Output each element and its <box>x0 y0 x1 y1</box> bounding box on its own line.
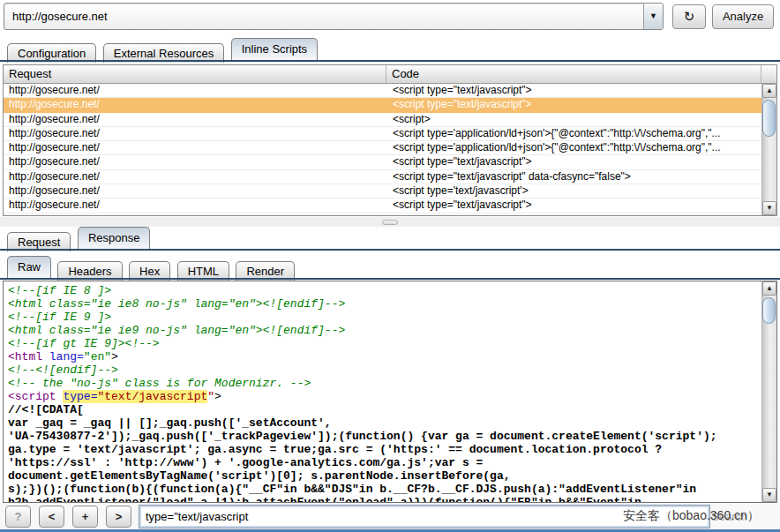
code-line: <script type="text/javascript"> <box>8 390 761 403</box>
code-cell: <script type='application/ld+json'>{"@co… <box>386 141 761 154</box>
table-row[interactable]: http://gosecure.net/ <script> <box>4 113 761 127</box>
url-combobox[interactable]: http://gosecure.net ▼ <box>4 3 664 30</box>
inline-scripts-table: Request Code http://gosecure.net/ <scrip… <box>3 64 777 216</box>
code-line: b?b.addEventListener("load",a,!1):b.atta… <box>8 496 761 503</box>
scroll-down-icon[interactable]: ▼ <box>762 488 776 502</box>
tab-inline-scripts[interactable]: Inline Scripts <box>231 38 318 60</box>
request-cell: http://gosecure.net/ <box>4 113 386 126</box>
response-raw-view[interactable]: <!--[if IE 8 ]><html class="ie ie8 no-js… <box>3 281 777 503</box>
main-tab-bar: Configuration External Resources Inline … <box>7 38 320 60</box>
request-cell: http://gosecure.net/ <box>4 170 386 184</box>
code-cell: <script> <box>386 113 761 126</box>
scripts-table-body: http://gosecure.net/ <script type="text/… <box>4 84 761 215</box>
code-line: document.getElementsByTagName('script')[… <box>8 469 761 483</box>
code-line: <!--[if IE 8 ]> <box>8 284 761 297</box>
request-cell: http://gosecure.net/ <box>4 199 386 212</box>
view-tab-bar: Raw Headers Hex HTML Render <box>7 256 297 278</box>
code-cell: <script type="text/javascript" data-cfas… <box>386 170 761 184</box>
view-tab-underline <box>0 278 780 280</box>
scroll-up-icon[interactable]: ▲ <box>762 84 776 98</box>
table-row[interactable]: http://gosecure.net/ <script type="text/… <box>4 199 761 213</box>
table-scrollbar-thumb[interactable] <box>762 100 776 137</box>
table-row[interactable]: http://gosecure.net/ <script type="text/… <box>4 98 761 112</box>
code-line: <!--<![endif]--> <box>8 363 761 377</box>
main-tab-underline <box>0 60 780 62</box>
code-line: ga.type = 'text/javascript'; ga.async = … <box>8 443 761 456</box>
code-line: <html class="ie ie8 no-js" lang="en"><![… <box>8 297 761 311</box>
add-button[interactable]: + <box>72 506 98 528</box>
table-row[interactable]: http://gosecure.net/ <script type="text/… <box>4 170 761 184</box>
detail-tab-underline <box>0 249 780 251</box>
code-line: <html lang="en"> <box>8 350 761 363</box>
next-match-button[interactable]: > <box>106 506 131 528</box>
site-watermark: 安全客（bobao.360.cn） <box>623 508 760 524</box>
table-row[interactable]: http://gosecure.net/ <script type='appli… <box>4 141 761 155</box>
table-header-corner <box>761 65 776 83</box>
code-line: 'UA-75430877-2']);_gaq.push(['_trackPage… <box>8 430 761 443</box>
code-vertical-scrollbar[interactable]: ▲ ▼ <box>761 281 776 502</box>
table-row[interactable]: http://gosecure.net/ <script type='appli… <box>4 127 761 141</box>
url-value: http://gosecure.net <box>12 10 108 23</box>
code-cell: <script type="text/javascript"> <box>386 84 761 97</box>
split-divider[interactable] <box>0 217 780 227</box>
request-cell: http://gosecure.net/ <box>4 98 386 111</box>
table-row[interactable]: http://gosecure.net/ <script type='text/… <box>4 184 761 199</box>
request-cell: http://gosecure.net/ <box>4 155 386 169</box>
request-cell: http://gosecure.net/ <box>4 184 386 198</box>
code-cell: <script type="text/javascript"> <box>386 155 761 169</box>
tab-response[interactable]: Response <box>78 227 151 249</box>
code-line: <!--[if gt IE 9]><!--> <box>8 337 761 350</box>
table-header: Request Code <box>4 65 776 84</box>
request-cell: http://gosecure.net/ <box>4 84 386 97</box>
code-cell: <script type='application/ld+json'>{"@co… <box>386 127 761 140</box>
refresh-icon: ↻ <box>684 9 695 24</box>
table-row[interactable]: http://gosecure.net/ <script type="text/… <box>4 84 761 98</box>
detail-tab-bar: Request Response <box>7 227 153 249</box>
request-cell: http://gosecure.net/ <box>4 127 386 140</box>
code-line: <!--[if IE 9 ]> <box>8 311 761 324</box>
tab-raw[interactable]: Raw <box>7 256 51 278</box>
table-row[interactable]: http://gosecure.net/ <script type="text/… <box>4 155 761 169</box>
code-line: 'https://ssl' : 'http://www') + '.google… <box>8 456 761 469</box>
code-cell: <script type='text/javascript'> <box>386 184 761 198</box>
code-line: <html class="ie ie9 no-js" lang="en"><![… <box>8 324 761 337</box>
combo-dropdown-arrow-icon[interactable]: ▼ <box>643 4 663 29</box>
previous-match-button[interactable]: < <box>39 506 64 528</box>
code-content: <!--[if IE 8 ]><html class="ie ie8 no-js… <box>8 284 761 503</box>
help-button[interactable]: ? <box>5 506 31 528</box>
search-toolbar: ? < + > Search 安全客（bobao.360.cn） <box>0 503 780 532</box>
code-line: //<![CDATA[ <box>8 403 761 416</box>
scroll-up-icon[interactable]: ▲ <box>762 281 776 296</box>
toolbar: http://gosecure.net ▼ ↻ Analyze <box>0 0 780 35</box>
code-scrollbar-thumb[interactable] <box>762 297 776 324</box>
analyze-button[interactable]: Analyze <box>712 4 774 29</box>
column-header-request[interactable]: Request <box>4 65 386 83</box>
code-line: s);})();(function(b){(function(a){"__CF"… <box>8 483 761 496</box>
table-vertical-scrollbar[interactable]: ▲ ▼ <box>761 84 776 215</box>
code-cell: <script type="text/javascript"> <box>386 98 761 111</box>
code-line: <!-- the "no-js" class is for Modernizr.… <box>8 377 761 390</box>
request-cell: http://gosecure.net/ <box>4 141 386 154</box>
divider-grip-icon[interactable] <box>382 220 398 225</box>
scroll-down-icon[interactable]: ▼ <box>762 201 776 215</box>
code-cell: <script type="text/javascript"> <box>386 199 761 212</box>
refresh-button[interactable]: ↻ <box>672 4 706 29</box>
code-line: var _gaq = _gaq || [];_gaq.push(['_setAc… <box>8 416 761 430</box>
column-header-code[interactable]: Code <box>386 65 761 83</box>
